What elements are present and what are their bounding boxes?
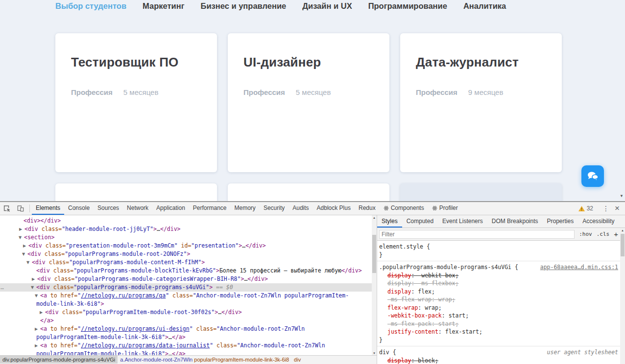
device-toolbar-icon[interactable] [14, 202, 27, 215]
console-warnings-badge[interactable]: 32 [576, 205, 596, 212]
dom-tree-row[interactable]: ▼<div class="popularPrograms-module-cont… [0, 258, 372, 267]
collapse-arrow-icon[interactable]: ▼ [19, 233, 22, 242]
program-card[interactable]: Тестировщик ПОПрофессия5 месяцев [55, 33, 217, 172]
stylesheet-source-link: user agent stylesheet [547, 348, 618, 357]
pseudo-state-toggle[interactable]: :hov [579, 231, 592, 237]
devtools-tab-sources[interactable]: Sources [94, 202, 123, 215]
program-card-partial[interactable] [400, 183, 562, 202]
dom-tree-row[interactable]: …▼<div class="popularPrograms-module-pro… [0, 283, 372, 292]
css-property[interactable]: flex-wrap: wrap; [379, 304, 618, 312]
css-property[interactable]: -webkit-box-pack: start; [379, 312, 618, 320]
css-property[interactable]: display: -ms-flexbox; [379, 279, 618, 288]
nav-item-2[interactable]: Маркетинг [143, 0, 184, 12]
styles-filter-input[interactable] [379, 230, 575, 239]
expand-arrow-icon[interactable]: ▶ [23, 242, 26, 250]
sidebar-tab-computed[interactable]: Computed [402, 215, 438, 228]
devtools-tab-security[interactable]: Security [260, 202, 288, 215]
scroll-up-arrow[interactable]: ▲ [620, 228, 625, 233]
dom-tree-row[interactable]: ▶<div class="presentation-module-root-3m… [0, 242, 372, 250]
stylesheet-source-link[interactable]: app-68aaeea…d.min.css:1 [540, 263, 618, 272]
dom-tree-row[interactable]: <div class="popularPrograms-module-block… [0, 267, 372, 275]
styles-scrollbar[interactable]: ▲ [620, 228, 625, 364]
collapse-arrow-icon[interactable]: ▼ [35, 292, 38, 300]
dom-tree-row[interactable]: ▶<div class="popularPrograms-module-cate… [0, 275, 372, 283]
program-card-partial[interactable] [228, 183, 389, 202]
nav-item-4[interactable]: Дизайн и UX [302, 0, 352, 12]
property-name: display [387, 272, 411, 279]
syntax-token: </a> [40, 317, 54, 324]
devtools-tab-console[interactable]: Console [64, 202, 94, 215]
elements-scrollbar[interactable]: ▲ ▼ [372, 215, 377, 356]
sidebar-tab-properties[interactable]: Properties [542, 215, 578, 228]
toolbar-divider [29, 205, 30, 212]
sidebar-tab-dom-breakpoints[interactable]: DOM Breakpoints [487, 215, 543, 228]
devtools-tab-network[interactable]: Network [123, 202, 152, 215]
nav-item-3[interactable]: Бизнес и управление [201, 0, 287, 12]
css-property[interactable]: display: block; [379, 357, 618, 364]
css-property[interactable]: display: -webkit-box; [379, 272, 618, 280]
chat-button[interactable] [581, 165, 604, 187]
collapse-arrow-icon[interactable]: ▼ [26, 258, 29, 267]
breadcrumb-item[interactable]: div.popularPrograms-module-programs-s4uV… [0, 356, 118, 364]
property-value: : flex; [411, 288, 434, 295]
collapse-arrow-icon[interactable]: ▼ [31, 283, 34, 292]
devtools-close-icon[interactable]: × [611, 204, 623, 213]
nav-item-6[interactable]: Аналитика [463, 0, 506, 12]
dom-tree-row[interactable]: <div></div> [0, 217, 372, 225]
css-selector[interactable]: .popularPrograms-module-programs-s4uVGi [379, 264, 511, 271]
css-property[interactable]: display: flex; [379, 288, 618, 296]
devtools-tab-audits[interactable]: Audits [288, 202, 312, 215]
syntax-token: //netology.ru/programs/qa [81, 292, 166, 299]
dom-tree-row[interactable]: ▶<div class="header-module-root-jj0LyT">… [0, 225, 372, 233]
devtools-menu-icon[interactable]: ⋮ [601, 205, 611, 212]
devtools-tab-profiler[interactable]: Profiler [428, 202, 462, 215]
element-class-toggle[interactable]: .cls [597, 231, 610, 237]
sidebar-tab-accessibility[interactable]: Accessibility [578, 215, 619, 228]
program-card[interactable]: UI-дизайнерПрофессия5 месяцев [228, 33, 389, 172]
breadcrumb-item[interactable]: div [291, 356, 303, 364]
rule-closing-brace: } [379, 251, 618, 259]
css-selector[interactable]: div [379, 349, 389, 356]
dom-tree-row[interactable]: ▼<a to href="//netology.ru/programs/qa" … [0, 292, 372, 300]
dom-tree-row[interactable]: ▶<a to href="//netology.ru/programs/data… [0, 341, 372, 350]
expand-arrow-icon[interactable]: ▶ [19, 225, 22, 233]
scroll-up-arrow[interactable]: ▲ [372, 215, 377, 220]
card-title: UI-дизайнер [243, 55, 374, 70]
sidebar-tab-styles[interactable]: Styles [377, 215, 402, 228]
expand-arrow-icon[interactable]: ▶ [40, 308, 43, 317]
css-property[interactable]: -ms-flex-pack: start; [379, 320, 618, 328]
css-property[interactable]: justify-content: flex-start; [379, 328, 618, 336]
page-scrollbar-down-arrow[interactable]: ▼ [620, 194, 624, 198]
dom-tree-row[interactable]: module-link-3k-6i8"> [0, 300, 372, 308]
devtools-tab-redux[interactable]: Redux [355, 202, 380, 215]
expand-arrow-icon[interactable]: ▶ [32, 275, 35, 283]
devtools-tab-components[interactable]: Components [380, 202, 428, 215]
dom-tree-row[interactable]: ▼<section> [0, 233, 372, 242]
dom-tree-row[interactable]: ▶<a to href="//netology.ru/programs/ui-d… [0, 325, 372, 333]
collapse-arrow-icon[interactable]: ▼ [22, 250, 25, 258]
nav-item-5[interactable]: Программирование [368, 0, 447, 12]
scrollbar-thumb[interactable] [372, 235, 376, 273]
nav-item-1[interactable]: Выбор студентов [55, 0, 126, 12]
devtools-tab-elements[interactable]: Elements [32, 202, 64, 215]
dom-tree-row[interactable]: popularProgramItem-module-link-3k-6i8">…… [0, 333, 372, 341]
dom-tree-row[interactable]: ▼<div class="popularPrograms-module-root… [0, 250, 372, 258]
program-card-partial[interactable] [55, 183, 217, 202]
devtools-tab-adblock-plus[interactable]: Adblock Plus [313, 202, 355, 215]
devtools-tab-application[interactable]: Application [152, 202, 189, 215]
expand-arrow-icon[interactable]: ▶ [35, 325, 38, 333]
program-card[interactable]: Дата-журналистПрофессия9 месяцев [400, 33, 562, 172]
expand-arrow-icon[interactable]: ▶ [35, 341, 38, 350]
sidebar-tab-event-listeners[interactable]: Event Listeners [438, 215, 487, 228]
css-selector[interactable]: element.style [379, 243, 423, 250]
syntax-token: class= [42, 242, 66, 249]
css-property[interactable]: -ms-flex-wrap: wrap; [379, 296, 618, 304]
devtools-tab-performance[interactable]: Performance [189, 202, 231, 215]
devtools-tab-memory[interactable]: Memory [231, 202, 260, 215]
breadcrumb-item[interactable]: a.Anchor-module-root-Zn7Wln popularProgr… [118, 356, 291, 364]
dom-tree-row[interactable]: ▶<div class="popularProgramItem-module-r… [0, 308, 372, 317]
scrollbar-thumb[interactable] [621, 234, 625, 256]
inspect-element-icon[interactable] [0, 202, 14, 215]
dom-tree-row[interactable]: </a> [0, 317, 372, 325]
new-style-rule-button[interactable]: + [614, 230, 618, 238]
